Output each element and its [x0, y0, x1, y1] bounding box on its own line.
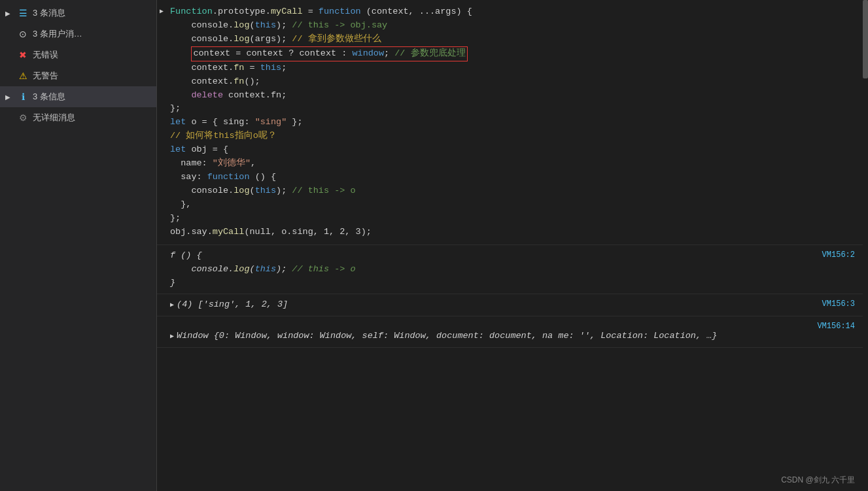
vm-link-3[interactable]: VM156:14: [817, 320, 855, 333]
info-icon: ℹ: [17, 91, 29, 103]
code-line-16: };: [170, 212, 860, 226]
sidebar-item-messages[interactable]: ▶ ☰ 3 条消息: [0, 3, 156, 24]
code-expand-arrow[interactable]: ▶: [160, 7, 164, 17]
code-line-6: context.fn();: [170, 75, 860, 89]
output-expandable-2: ▶ (4) ['sing', 1, 2, 3]: [170, 298, 860, 312]
main-content: ▶ Function.prototype.myCall = function (…: [157, 0, 868, 491]
sidebar-item-errors-label: 无错误: [33, 49, 151, 61]
arrow-icon: ▶: [3, 10, 13, 17]
sidebar-item-warnings[interactable]: ⚠ 无警告: [0, 65, 156, 86]
sidebar: ▶ ☰ 3 条消息 ⊙ 3 条用户消… ✖ 无错误 ⚠ 无警告 ▶ ℹ 3 条信…: [0, 0, 157, 491]
code-line-5: context.fn = this;: [170, 61, 860, 75]
error-icon: ✖: [17, 49, 29, 61]
warning-icon: ⚠: [17, 70, 29, 82]
code-line-13: say: function () {: [170, 171, 860, 184]
output-line-1b: console.log(this); // this -> o: [170, 263, 860, 277]
code-line-7: delete context.fn;: [170, 89, 860, 103]
output-section-3: VM156:14 ▶ Window {0: Window, window: Wi…: [157, 316, 868, 348]
messages-icon: ☰: [17, 7, 29, 19]
sidebar-item-verbose-label: 无详细消息: [33, 112, 151, 124]
sidebar-item-user-messages[interactable]: ⊙ 3 条用户消…: [0, 24, 156, 44]
output-line-1c: }: [170, 277, 860, 290]
scroll-thumb[interactable]: [863, 0, 868, 78]
output-array-content: (4) ['sing', 1, 2, 3]: [177, 298, 288, 312]
code-line-2: console.log(this); // this -> obj.say: [170, 19, 860, 33]
code-area[interactable]: ▶ Function.prototype.myCall = function (…: [157, 0, 868, 491]
code-line-3: console.log(args); // 拿到参数做些什么: [170, 33, 860, 46]
code-line-11: let obj = {: [170, 143, 860, 157]
output-window-content: Window {0: Window, window: Window, self:…: [177, 330, 717, 343]
main-wrapper: ▶ Function.prototype.myCall = function (…: [157, 0, 868, 491]
output-section-2: VM156:3 ▶ (4) ['sing', 1, 2, 3]: [157, 294, 868, 316]
scrollbar[interactable]: [863, 0, 868, 491]
sidebar-item-verbose[interactable]: ⚙ 无详细消息: [0, 107, 156, 128]
code-line-15: },: [170, 198, 860, 212]
vm-link-2[interactable]: VM156:3: [822, 298, 855, 311]
sidebar-item-warnings-label: 无警告: [33, 70, 151, 82]
code-line-1: Function.prototype.myCall = function (co…: [170, 5, 860, 19]
output-italic-1: f () { console.log(this); // this -> o }: [170, 249, 860, 290]
output-line-1a: f () {: [170, 249, 860, 263]
code-line-10: // 如何将this指向o呢？: [170, 129, 860, 143]
sidebar-item-info-label: 3 条信息: [33, 91, 151, 103]
code-block-main: ▶ Function.prototype.myCall = function (…: [157, 0, 868, 245]
code-line-12: name: "刘德华",: [170, 157, 860, 171]
verbose-icon: ⚙: [17, 112, 29, 124]
code-line-9: let o = { sing: "sing" };: [170, 116, 860, 129]
sidebar-item-user-label: 3 条用户消…: [33, 28, 151, 40]
csdn-watermark: CSDN @剑九 六千里: [781, 475, 855, 486]
expand-btn-3[interactable]: ▶: [170, 330, 174, 342]
sidebar-item-info[interactable]: ▶ ℹ 3 条信息: [0, 86, 156, 107]
expand-btn-2[interactable]: ▶: [170, 298, 174, 311]
info-arrow-icon: ▶: [3, 93, 13, 101]
code-line-8: };: [170, 102, 860, 116]
sidebar-item-errors[interactable]: ✖ 无错误: [0, 44, 156, 65]
user-icon: ⊙: [17, 28, 29, 40]
output-section-1: VM156:2 f () { console.log(this); // thi…: [157, 245, 868, 295]
code-line-17: obj.say.myCall(null, o.sing, 1, 2, 3);: [170, 226, 860, 239]
sidebar-item-messages-label: 3 条消息: [33, 7, 151, 19]
vm-link-1[interactable]: VM156:2: [822, 249, 855, 262]
code-line-14: console.log(this); // this -> o: [170, 184, 860, 198]
output-expandable-3: ▶ Window {0: Window, window: Window, sel…: [170, 330, 860, 343]
code-line-4: context = context ? context : window; //…: [170, 46, 860, 61]
